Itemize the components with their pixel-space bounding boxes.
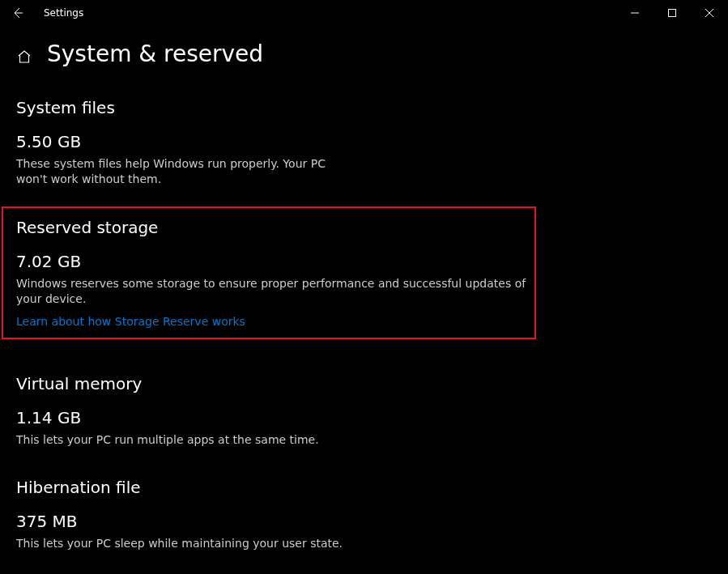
system-files-desc: These system files help Windows run prop… — [16, 156, 356, 187]
reserved-storage-heading: Reserved storage — [16, 218, 712, 237]
section-virtual-memory: Virtual memory 1.14 GB This lets your PC… — [16, 374, 712, 448]
section-hibernation-file: Hibernation file 375 MB This lets your P… — [16, 478, 712, 551]
titlebar: Settings — [0, 0, 728, 26]
page-title: System & reserved — [47, 40, 263, 67]
virtual-memory-desc: This lets your PC run multiple apps at t… — [16, 432, 534, 448]
svg-rect-0 — [669, 10, 676, 17]
close-button[interactable] — [691, 0, 728, 26]
back-arrow-icon — [11, 6, 24, 19]
minimize-icon — [631, 9, 639, 17]
virtual-memory-heading: Virtual memory — [16, 374, 712, 393]
window-title: Settings — [36, 7, 83, 19]
reserved-storage-desc: Windows reserves some storage to ensure … — [16, 276, 534, 307]
titlebar-left: Settings — [0, 0, 616, 26]
page-header: System & reserved — [0, 26, 728, 67]
system-files-value: 5.50 GB — [16, 132, 712, 151]
maximize-button[interactable] — [653, 0, 691, 26]
hibernation-file-heading: Hibernation file — [16, 478, 712, 497]
reserved-storage-link[interactable]: Learn about how Storage Reserve works — [16, 315, 245, 328]
section-system-files: System files 5.50 GB These system files … — [16, 98, 712, 187]
minimize-button[interactable] — [616, 0, 653, 26]
hibernation-file-desc: This lets your PC sleep while maintainin… — [16, 536, 534, 551]
reserved-storage-value: 7.02 GB — [16, 252, 712, 271]
hibernation-file-value: 375 MB — [16, 512, 712, 531]
maximize-icon — [668, 9, 676, 17]
system-files-heading: System files — [16, 98, 712, 117]
home-button[interactable] — [16, 44, 32, 65]
back-button[interactable] — [0, 0, 36, 26]
home-icon — [16, 49, 32, 65]
section-reserved-storage: Reserved storage 7.02 GB Windows reserve… — [16, 218, 712, 329]
content-area: System files 5.50 GB These system files … — [0, 98, 728, 551]
close-icon — [705, 9, 713, 17]
virtual-memory-value: 1.14 GB — [16, 408, 712, 427]
